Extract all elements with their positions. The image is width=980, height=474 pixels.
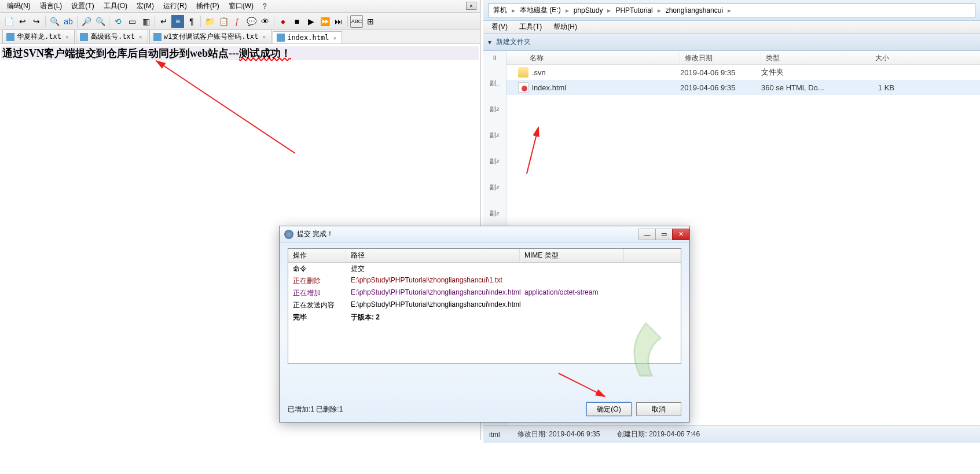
explorer-menubar: 看(V) 工具(T) 帮助(H) — [483, 21, 980, 34]
comment-icon[interactable]: 💬 — [245, 15, 258, 28]
th-action[interactable]: 操作 — [288, 249, 346, 262]
file-icon — [6, 33, 14, 41]
menu-item[interactable]: ? — [258, 1, 271, 12]
list-item-selected[interactable]: index.html 2019-04-06 9:35 360 se HTML D… — [506, 80, 980, 95]
explorer-toolbar: ▾ 新建文件夹 — [483, 34, 980, 51]
editor-content[interactable]: 通过SVN客户端提交到仓库后自动同步到web站点---测试成功！ — [0, 44, 480, 63]
function-icon[interactable]: ƒ — [231, 15, 244, 28]
menu-item[interactable]: 编码(N) — [2, 0, 35, 12]
menu-item[interactable]: 工具(O) — [99, 0, 132, 12]
editor-minimize-button[interactable]: × — [466, 2, 476, 10]
spellcheck-icon[interactable]: ABC — [350, 15, 363, 28]
record-icon[interactable]: ● — [277, 15, 289, 28]
html-file-icon — [518, 82, 528, 93]
svn-commit-dialog: 提交 完成！ — ▭ ✕ 操作 路径 MIME 类型 命令提交 正在删除E:\p… — [279, 226, 690, 422]
th-path[interactable]: 路径 — [346, 249, 520, 262]
editor-toolbar: 📄 ↩ ↪ 🔍 ab 🔎 🔍 ⟲ ▭ ▥ ↵ ≡ ¶ 📁 📋 ƒ 💬 👁 ● ■… — [0, 13, 480, 30]
breadcrumb[interactable]: 算机▸ 本地磁盘 (E:)▸ phpStudy▸ PHPTutorial▸ zh… — [488, 3, 975, 17]
help-icon[interactable]: ⊞ — [364, 15, 377, 28]
table-row: 命令提交 — [288, 263, 681, 275]
editor-tabs: 华夏祥龙.txt✕ 高级账号.txt✕ w1支付调试客户账号密码.txt✕ in… — [0, 30, 480, 44]
header-name[interactable]: 名称 — [506, 51, 680, 64]
tab-file[interactable]: 华夏祥龙.txt✕ — [2, 30, 75, 43]
guide-icon[interactable]: ¶ — [185, 15, 198, 28]
stop-icon[interactable]: ■ — [291, 15, 303, 28]
play-icon[interactable]: ▶ — [304, 15, 317, 28]
file-icon — [153, 33, 162, 41]
tab-close-icon[interactable]: ✕ — [64, 34, 71, 41]
wrap-icon[interactable]: ↵ — [157, 15, 170, 28]
ok-button[interactable]: 确定(O) — [586, 402, 632, 416]
new-folder-button[interactable]: 新建文件夹 — [496, 37, 531, 47]
new-icon[interactable]: 📄 — [2, 15, 15, 28]
menu-item[interactable]: 语言(L) — [35, 0, 67, 12]
header-size[interactable]: 大小 — [842, 51, 894, 64]
explorer-statusbar: itml 修改日期: 2019-04-06 9:35 创建日期: 2019-04… — [483, 425, 980, 443]
table-row: 正在删除E:\phpStudy\PHPTutorial\zhongliangsh… — [288, 275, 681, 287]
maximize-button[interactable]: ▭ — [655, 229, 673, 240]
dialog-summary: 已增加:1 已删除:1 — [288, 405, 343, 414]
redo-icon[interactable]: ↪ — [30, 15, 43, 28]
sync-icon[interactable]: ⟲ — [112, 15, 124, 28]
tab-close-icon[interactable]: ✕ — [260, 34, 267, 41]
th-mime[interactable]: MIME 类型 — [520, 249, 624, 262]
menu-item[interactable]: 运行(R) — [159, 0, 192, 12]
folder-icon[interactable]: 📁 — [203, 15, 216, 28]
folder-icon — [518, 67, 528, 78]
menu-item[interactable]: 设置(T) — [67, 0, 98, 12]
editor-menubar: 编码(N) 语言(L) 设置(T) 工具(O) 宏(M) 运行(R) 插件(P)… — [0, 0, 480, 13]
eye-icon[interactable]: 👁 — [259, 15, 271, 28]
menu-item[interactable]: 工具(T) — [513, 21, 548, 33]
header-date[interactable]: 修改日期 — [680, 51, 761, 64]
close-button[interactable]: ✕ — [672, 229, 689, 240]
tab-close-icon[interactable]: ✕ — [137, 34, 144, 41]
menu-item[interactable]: 帮助(H) — [548, 21, 583, 33]
file-icon — [80, 33, 88, 41]
end-icon[interactable]: ⏭ — [332, 15, 345, 28]
zoom-in-icon[interactable]: 🔎 — [80, 15, 93, 28]
table-row: 正在增加E:\phpStudy\PHPTutorial\zhongliangsh… — [288, 287, 681, 299]
list-headers: 名称 修改日期 类型 大小 — [506, 51, 980, 65]
window-icon[interactable]: ▭ — [126, 15, 138, 28]
indent-icon[interactable]: ≡ — [171, 15, 184, 28]
table-row: 正在发送内容E:\phpStudy\PHPTutorial\zhongliang… — [288, 299, 681, 311]
menu-item[interactable]: 窗口(W) — [224, 0, 258, 12]
replace-icon[interactable]: ab — [62, 15, 75, 28]
menu-item[interactable]: 插件(P) — [192, 0, 224, 12]
toolbar-dropdown[interactable]: ▾ — [488, 38, 491, 46]
list-item[interactable]: .svn 2019-04-06 9:35 文件夹 — [506, 65, 980, 80]
file-icon — [277, 34, 285, 42]
header-type[interactable]: 类型 — [761, 51, 842, 64]
tab-file[interactable]: 高级账号.txt✕ — [76, 30, 148, 43]
explorer-addressbar: 算机▸ 本地磁盘 (E:)▸ phpStudy▸ PHPTutorial▸ zh… — [483, 0, 980, 21]
dialog-titlebar[interactable]: 提交 完成！ — ▭ ✕ — [280, 226, 689, 242]
tab-close-icon[interactable]: ✕ — [331, 34, 338, 41]
tab-file-active[interactable]: index.html✕ — [273, 31, 342, 43]
up-arrow-icon — [620, 318, 672, 387]
split-icon[interactable]: ▥ — [140, 15, 152, 28]
undo-icon[interactable]: ↩ — [16, 15, 29, 28]
search-icon[interactable]: 🔍 — [48, 15, 61, 28]
menu-item[interactable]: 宏(M) — [132, 0, 159, 12]
svn-icon — [284, 230, 293, 239]
tab-file[interactable]: w1支付调试客户账号密码.txt✕ — [149, 30, 271, 43]
doc-icon[interactable]: 📋 — [217, 15, 230, 28]
zoom-out-icon[interactable]: 🔍 — [94, 15, 107, 28]
cancel-button[interactable]: 取消 — [636, 402, 681, 416]
dialog-title: 提交 完成！ — [297, 229, 333, 239]
menu-item[interactable]: 看(V) — [486, 21, 513, 33]
ff-icon[interactable]: ⏩ — [318, 15, 331, 28]
minimize-button[interactable]: — — [638, 229, 656, 240]
